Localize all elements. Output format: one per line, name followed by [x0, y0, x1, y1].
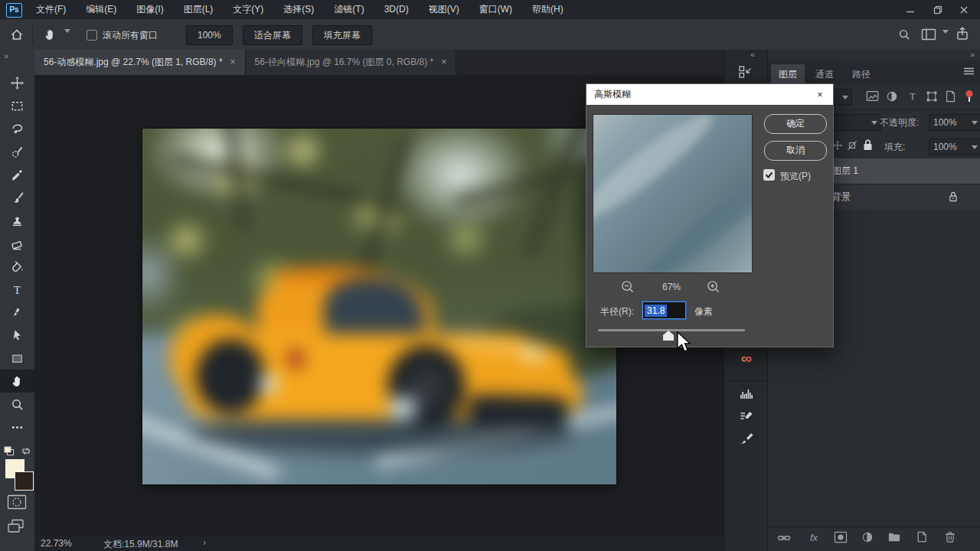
expand-dock-icon[interactable]: » — [970, 50, 975, 59]
menu-filter[interactable]: 滤镜(T) — [324, 0, 374, 19]
tab-close-icon[interactable]: × — [441, 50, 446, 75]
panel-tab-bar: 图层 通道 路径 — [768, 61, 980, 84]
collapse-dock-icon[interactable]: « — [750, 50, 755, 59]
clone-stamp-tool[interactable] — [0, 209, 34, 232]
shape-filter-icon[interactable] — [926, 90, 938, 103]
dialog-title-bar[interactable]: 高斯模糊 × — [586, 84, 833, 105]
canvas-photo[interactable] — [142, 129, 616, 484]
workspace-icon[interactable] — [921, 28, 936, 41]
link-icon[interactable] — [777, 532, 791, 544]
close-window-button[interactable] — [948, 0, 980, 19]
doc-tab-motion-blur[interactable]: 56-动感模糊.jpg @ 22.7% (图层 1, RGB/8) * × — [34, 50, 246, 75]
background-color-swatch[interactable] — [15, 471, 34, 491]
scroll-all-windows-checkbox[interactable] — [87, 30, 97, 41]
eraser-tool[interactable] — [0, 232, 34, 255]
delete-icon[interactable] — [944, 530, 956, 543]
paint-bucket-tool[interactable] — [0, 255, 34, 278]
group-icon[interactable] — [887, 531, 901, 543]
share-icon[interactable] — [956, 26, 969, 41]
radius-label: 半径(R): — [600, 305, 634, 318]
ai-plugin-icon[interactable]: ∞ — [736, 350, 757, 367]
screen-mode-icon[interactable] — [7, 519, 27, 534]
brush-tool[interactable] — [0, 186, 34, 209]
menu-bar: Ps 文件(F) 编辑(E) 图像(I) 图层(L) 文字(Y) 选择(S) 滤… — [0, 0, 980, 19]
fill-screen-button[interactable]: 填充屏幕 — [312, 25, 372, 45]
radius-input[interactable]: 31.8 — [642, 302, 686, 319]
adjustment-icon[interactable] — [861, 531, 874, 543]
histogram-icon[interactable] — [738, 386, 755, 400]
new-layer-icon[interactable] — [916, 530, 928, 543]
rectangle-tool[interactable] — [0, 347, 34, 370]
blur-preview[interactable] — [593, 114, 753, 273]
eyedropper-tool[interactable] — [0, 163, 34, 186]
menu-type[interactable]: 文字(Y) — [223, 0, 273, 19]
tab-close-icon[interactable]: × — [230, 50, 236, 75]
type-tool-glyph: T — [14, 282, 21, 295]
lasso-tool[interactable] — [0, 117, 34, 140]
tab-layers[interactable]: 图层 — [771, 64, 805, 84]
fill-value[interactable]: 100% — [929, 139, 980, 155]
home-icon[interactable] — [9, 27, 24, 42]
lock-position-icon[interactable] — [832, 140, 843, 151]
fit-screen-button[interactable]: 适合屏幕 — [243, 25, 302, 45]
status-chevron-icon[interactable]: › — [203, 537, 206, 548]
mask-icon[interactable] — [834, 531, 848, 543]
status-zoom-field[interactable]: 22.73% — [41, 538, 72, 549]
default-colors-icon[interactable] — [4, 446, 15, 456]
adjustment-filter-icon[interactable] — [886, 90, 898, 103]
type-filter-icon[interactable]: T — [906, 90, 919, 103]
menu-file[interactable]: 文件(F) — [26, 0, 76, 19]
dialog-close-icon[interactable]: × — [807, 84, 833, 105]
collapse-toolbar-icon[interactable]: » — [4, 51, 8, 60]
quick-mask-icon[interactable] — [7, 494, 27, 510]
menu-layer[interactable]: 图层(L) — [174, 0, 224, 19]
edit-toolbar-icon[interactable] — [0, 416, 34, 439]
zoom-tool[interactable] — [0, 393, 34, 416]
menu-help[interactable]: 帮助(H) — [522, 0, 573, 19]
ok-button[interactable]: 确定 — [764, 114, 827, 134]
preview-zoom-in-icon[interactable] — [706, 279, 720, 294]
cancel-button[interactable]: 取消 — [764, 141, 827, 161]
zoom-buttons: 100% 适合屏幕 填充屏幕 — [186, 25, 372, 45]
swap-colors-icon[interactable] — [21, 446, 31, 456]
chevron-down-icon[interactable] — [64, 33, 70, 47]
image-filter-icon[interactable] — [866, 90, 879, 102]
tab-paths[interactable]: 路径 — [844, 64, 878, 84]
panel-menu-icon[interactable] — [963, 67, 975, 77]
marquee-tool[interactable] — [0, 94, 34, 117]
hand-tool[interactable] — [0, 370, 34, 393]
menu-window[interactable]: 窗口(W) — [469, 0, 522, 19]
doc-tab-radial-blur[interactable]: 56-径向模糊.jpg @ 16.7% (图层 0, RGB/8) * × — [246, 50, 457, 75]
brush-settings-icon[interactable] — [738, 409, 755, 425]
preview-zoom-out-icon[interactable] — [620, 279, 635, 294]
menu-view[interactable]: 视图(V) — [419, 0, 469, 19]
path-selection-tool[interactable] — [0, 324, 34, 347]
quick-selection-tool[interactable] — [0, 140, 34, 163]
move-tool[interactable] — [0, 71, 34, 94]
type-tool[interactable]: T — [0, 278, 34, 301]
chevron-down-icon[interactable] — [942, 34, 949, 47]
brushes-icon[interactable] — [738, 431, 755, 446]
radius-slider-thumb[interactable] — [663, 331, 674, 341]
zoom-100-button[interactable]: 100% — [186, 25, 233, 45]
menu-3d[interactable]: 3D(D) — [374, 0, 419, 19]
menu-image[interactable]: 图像(I) — [126, 0, 173, 19]
lock-transform-icon[interactable] — [847, 140, 858, 151]
hand-tool-option-icon[interactable] — [43, 27, 58, 42]
collapse-panels-icon[interactable] — [738, 65, 753, 79]
radius-slider-track[interactable] — [598, 329, 745, 331]
preview-blur-wrapper — [593, 114, 753, 273]
preview-checkbox[interactable] — [763, 169, 775, 181]
filter-pin-icon[interactable] — [965, 90, 974, 103]
tab-channels[interactable]: 通道 — [808, 64, 841, 84]
lock-all-icon[interactable] — [863, 139, 873, 151]
opacity-text: 100% — [933, 117, 957, 128]
menu-edit[interactable]: 编辑(E) — [76, 0, 126, 19]
search-icon[interactable] — [897, 28, 911, 41]
document-tab-bar: 56-动感模糊.jpg @ 22.7% (图层 1, RGB/8) * × 56… — [34, 50, 724, 75]
menu-select[interactable]: 选择(S) — [273, 0, 324, 19]
pen-tool[interactable] — [0, 301, 34, 324]
opacity-value[interactable]: 100% — [929, 114, 980, 131]
smart-object-filter-icon[interactable] — [945, 90, 956, 103]
fx-icon[interactable]: fx — [806, 530, 822, 544]
